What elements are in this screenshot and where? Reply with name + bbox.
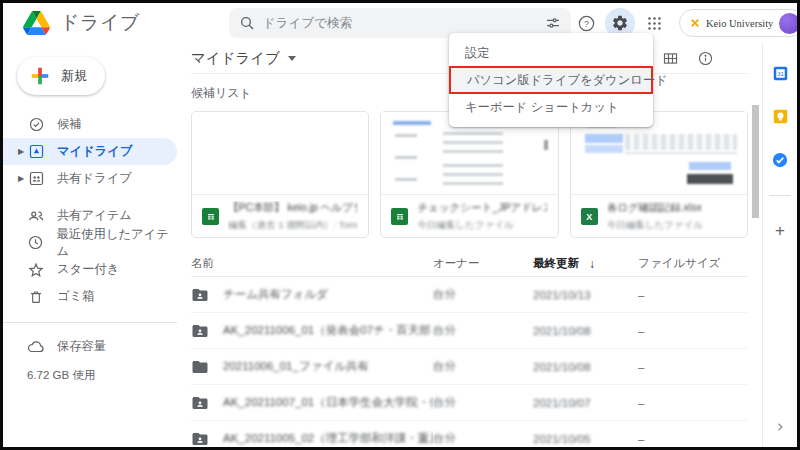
file-modified: 2021/10/13 <box>533 289 638 301</box>
check-circle-icon <box>27 116 45 134</box>
file-owner: 自分 <box>433 359 533 374</box>
svg-text:31: 31 <box>777 71 784 77</box>
drive-logo-area[interactable]: ドライブ <box>3 10 177 36</box>
storage-used-text: 6.72 GB 使用 <box>3 368 177 383</box>
breadcrumb[interactable]: マイドライブ <box>191 49 296 68</box>
file-modified: 2021/10/07 <box>533 397 638 409</box>
table-row[interactable]: AK_20211005_02（理工学部和洋課・重川様） 自分 2021/10/0… <box>191 421 748 447</box>
top-bar: ドライブ ? <box>3 3 797 43</box>
sidebar-item-storage[interactable]: 保存容量 <box>3 333 177 360</box>
sidebar-item-shared-drives[interactable]: ▶ 共有ドライブ <box>3 165 177 192</box>
tune-icon[interactable] <box>545 15 561 31</box>
side-panel: 31 + <box>762 43 797 447</box>
file-name: AK_20211005_02（理工学部和洋課・重川様） <box>223 431 433 446</box>
sidebar-item-label: 候補 <box>57 116 82 133</box>
google-sheets-icon <box>391 208 408 225</box>
file-owner: 自分 <box>433 287 533 302</box>
file-owner: 自分 <box>433 431 533 446</box>
file-modified: 2021/10/08 <box>533 325 638 337</box>
excel-file-icon: X <box>581 208 598 225</box>
suggested-card[interactable]: チェックシート_JPアドレスレビ… 今日編集したファイル <box>380 111 558 238</box>
sidebar-item-label: マイドライブ <box>57 143 133 160</box>
file-subtitle: 今日編集したファイル <box>417 219 547 232</box>
column-header-size[interactable]: ファイルサイズ <box>638 257 720 269</box>
sidebar-item-trash[interactable]: ゴミ箱 <box>3 283 177 310</box>
app-title: ドライブ <box>60 10 140 36</box>
expander-icon[interactable]: ▶ <box>15 174 27 183</box>
org-name: Keio University <box>706 18 773 29</box>
settings-gear-icon <box>611 14 629 32</box>
suggested-files: 【PC本部】 keio.jp ヘルプデスク… 編集（過去 1 週間以内）: To… <box>191 111 748 238</box>
keep-icon[interactable] <box>772 108 789 125</box>
star-icon <box>27 261 45 279</box>
column-header-modified[interactable]: 最終更新 <box>533 256 579 271</box>
help-icon: ? <box>577 14 596 33</box>
sort-desc-icon[interactable]: ↓ <box>589 257 595 271</box>
settings-menu: 設定 パソコン版ドライブをダウンロード キーボード ショートカット <box>449 33 653 127</box>
side-panel-divider <box>769 195 791 196</box>
folder-icon <box>191 358 209 376</box>
table-row[interactable]: 20211006_01_ファイル共有 自分 2021/10/08 – <box>191 349 748 385</box>
svg-text:?: ? <box>584 18 589 28</box>
table-row[interactable]: チーム共有フォルダ 自分 2021/10/13 – <box>191 277 748 313</box>
tasks-icon[interactable] <box>771 151 789 169</box>
google-sheets-icon <box>202 208 219 225</box>
chevron-right-icon[interactable] <box>774 421 786 433</box>
search-icon <box>239 15 255 31</box>
file-preview <box>192 112 368 195</box>
grid-view-icon[interactable] <box>662 50 679 67</box>
scrollbar[interactable] <box>752 105 759 218</box>
shared-drive-icon <box>27 170 45 188</box>
sidebar-item-recent[interactable]: 最近使用したアイテム <box>3 229 177 256</box>
table-header: 名前 オーナー 最終更新 ↓ ファイルサイズ <box>191 251 748 277</box>
file-name: AK_20211006_01（発表会07チ・百天部・西澤様） <box>223 323 433 338</box>
info-icon[interactable] <box>697 50 714 67</box>
body: 新規 候補 ▶ マイドライブ ▶ 共有 <box>3 43 797 447</box>
file-title: 各ログ確認記録.xlsx <box>607 201 703 215</box>
search-input[interactable] <box>263 16 545 30</box>
avatar[interactable] <box>779 13 800 34</box>
file-name: AK_20211007_01（日本学生会大学院・伊藤公様） <box>223 395 433 410</box>
menu-item-download-desktop-drive[interactable]: パソコン版ドライブをダウンロード <box>451 68 651 92</box>
cloud-icon <box>27 338 45 356</box>
shared-folder-icon <box>191 394 209 412</box>
google-drive-window: ドライブ ? <box>0 0 800 450</box>
sidebar-item-priority[interactable]: 候補 <box>3 111 177 138</box>
file-size: – <box>638 289 748 301</box>
table-row[interactable]: AK_20211006_01（発表会07チ・百天部・西澤様） 自分 2021/1… <box>191 313 748 349</box>
sidebar-item-label: 保存容量 <box>57 338 106 355</box>
file-size: – <box>638 325 748 337</box>
file-owner: 自分 <box>433 395 533 410</box>
menu-item-keyboard-shortcuts[interactable]: キーボード ショートカット <box>449 94 653 120</box>
file-title: チェックシート_JPアドレスレビ… <box>417 201 547 215</box>
file-modified: 2021/10/05 <box>533 433 638 445</box>
account-badge[interactable]: Keio University <box>679 9 800 37</box>
file-size: – <box>638 397 748 409</box>
column-header-name[interactable]: 名前 <box>191 256 214 271</box>
menu-item-settings[interactable]: 設定 <box>449 40 653 66</box>
sidebar-item-label: 共有アイテム <box>57 207 132 224</box>
keio-logo-icon <box>690 18 700 28</box>
sidebar-item-label: スター付き <box>57 261 119 278</box>
suggested-card[interactable]: X 各ログ確認記録.xlsx 今日編集したファイル <box>570 111 748 238</box>
file-owner: 自分 <box>433 323 533 338</box>
plus-icon[interactable]: + <box>775 222 785 239</box>
sidebar-item-my-drive[interactable]: ▶ マイドライブ <box>3 138 177 165</box>
suggested-card[interactable]: 【PC本部】 keio.jp ヘルプデスク… 編集（過去 1 週間以内）: To… <box>191 111 369 238</box>
people-icon <box>27 207 45 225</box>
table-row[interactable]: AK_20211007_01（日本学生会大学院・伊藤公様） 自分 2021/10… <box>191 385 748 421</box>
sidebar-item-starred[interactable]: スター付き <box>3 256 177 283</box>
expander-icon[interactable]: ▶ <box>15 147 27 156</box>
sidebar-item-label: 最近使用したアイテム <box>57 226 177 260</box>
column-header-owner[interactable]: オーナー <box>433 257 480 269</box>
shared-folder-icon <box>191 286 209 304</box>
new-button[interactable]: 新規 <box>17 57 105 95</box>
calendar-icon[interactable]: 31 <box>772 65 789 82</box>
sidebar-divider <box>3 322 177 323</box>
file-subtitle: 今日編集したファイル <box>607 219 703 232</box>
clock-icon <box>27 234 45 252</box>
sidebar-item-label: ゴミ箱 <box>57 288 94 305</box>
file-modified: 2021/10/08 <box>533 361 638 373</box>
file-size: – <box>638 361 748 373</box>
sidebar: 新規 候補 ▶ マイドライブ ▶ 共有 <box>3 43 177 447</box>
